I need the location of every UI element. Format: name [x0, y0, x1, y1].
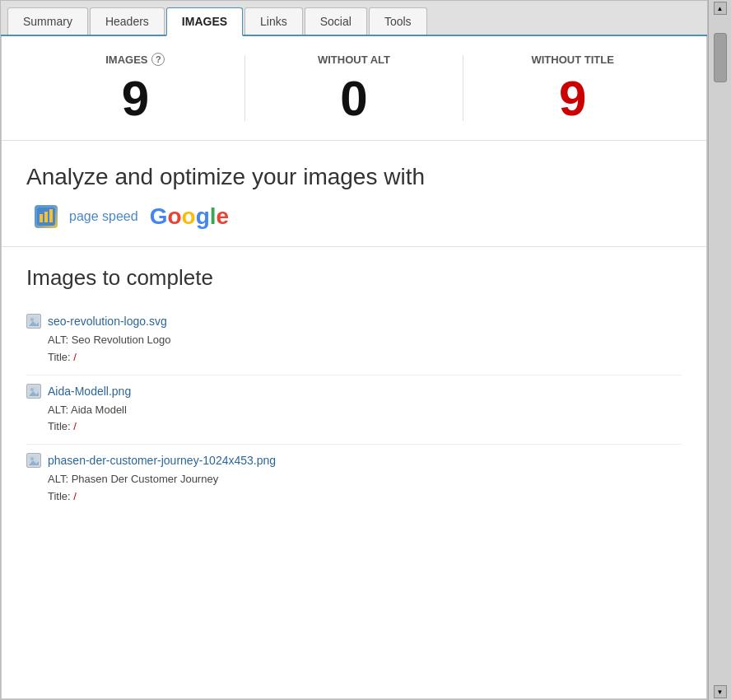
stat-without-title: without TITLE 9 — [463, 54, 682, 124]
stat-images: IMAGES ? 9 — [26, 53, 244, 124]
without-alt-count: 0 — [245, 74, 463, 124]
scroll-up-arrow[interactable]: ▲ — [714, 2, 727, 15]
tab-images[interactable]: IMAGES — [166, 7, 243, 36]
image-name-row-3: phasen-der-customer-journey-1024x453.png — [26, 453, 682, 468]
image-meta-1: ALT: Seo Revolution Logo Title: / — [48, 332, 682, 366]
stat-without-alt: without ALT 0 — [245, 54, 463, 124]
images-to-complete-title: Images to complete — [26, 265, 682, 291]
google-logo: Google — [150, 203, 229, 230]
image-name-row-2: Aida-Modell.png — [26, 384, 682, 399]
image-thumb-icon-1 — [26, 314, 41, 329]
svg-rect-1 — [40, 214, 43, 222]
analyze-section: Analyze and optimize your images with pa… — [2, 141, 706, 247]
help-icon[interactable]: ? — [151, 53, 165, 66]
image-meta-3: ALT: Phasen Der Customer Journey Title: … — [48, 471, 682, 506]
tabs-bar: Summary Headers IMAGES Links Social Tool… — [1, 1, 707, 36]
image-meta-2: ALT: Aida Modell Title: / — [48, 402, 682, 436]
svg-rect-2 — [44, 212, 48, 222]
scroll-down-arrow[interactable]: ▼ — [714, 685, 727, 698]
scrollbar: ▲ ▼ — [708, 0, 731, 700]
without-alt-label: without ALT — [245, 54, 463, 66]
pagespeed-row: page speed Google — [35, 203, 682, 230]
tab-headers[interactable]: Headers — [90, 7, 165, 35]
image-thumb-icon-3 — [26, 453, 41, 468]
scrollbar-thumb[interactable] — [714, 33, 727, 82]
without-title-label: without TITLE — [463, 54, 682, 66]
images-section: Images to complete seo-revolution-logo.s… — [2, 247, 706, 522]
image-link-3[interactable]: phasen-der-customer-journey-1024x453.png — [48, 454, 276, 467]
images-label: IMAGES ? — [26, 53, 244, 66]
svg-point-11 — [30, 457, 34, 460]
pagespeed-link[interactable]: page speed — [69, 209, 138, 224]
svg-point-8 — [30, 388, 34, 391]
image-item-3: phasen-der-customer-journey-1024x453.png… — [26, 445, 682, 514]
pagespeed-icon — [35, 205, 58, 228]
image-link-2[interactable]: Aida-Modell.png — [48, 385, 131, 398]
image-thumb-icon-2 — [26, 384, 41, 399]
analyze-title: Analyze and optimize your images with — [26, 164, 682, 190]
image-name-row-1: seo-revolution-logo.svg — [26, 314, 682, 329]
tab-summary[interactable]: Summary — [7, 7, 88, 35]
images-count: 9 — [26, 74, 244, 124]
svg-point-5 — [30, 318, 34, 321]
without-title-count: 9 — [463, 74, 682, 124]
content-area: IMAGES ? 9 without ALT 0 without TITLE 9… — [1, 36, 707, 699]
image-item-2: Aida-Modell.png ALT: Aida Modell Title: … — [26, 376, 682, 446]
tab-links[interactable]: Links — [244, 7, 303, 35]
stats-row: IMAGES ? 9 without ALT 0 without TITLE 9 — [2, 36, 706, 141]
image-item-1: seo-revolution-logo.svg ALT: Seo Revolut… — [26, 306, 682, 376]
svg-rect-3 — [49, 209, 53, 222]
tab-social[interactable]: Social — [305, 7, 367, 35]
tab-tools[interactable]: Tools — [369, 7, 427, 35]
image-link-1[interactable]: seo-revolution-logo.svg — [48, 315, 167, 328]
